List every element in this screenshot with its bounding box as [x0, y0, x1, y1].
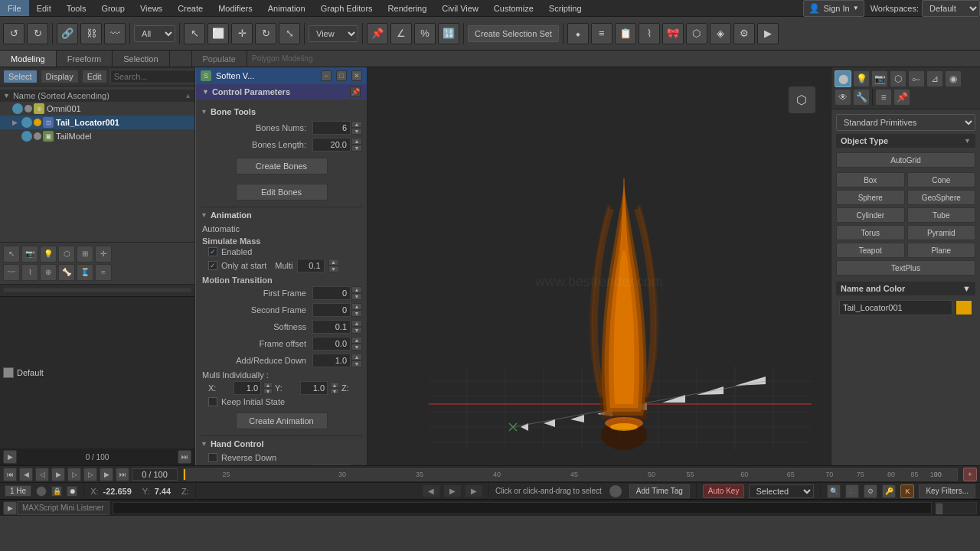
soften-close-btn[interactable]: ✕	[351, 70, 362, 81]
right-icon-hierarchy[interactable]: ⊿	[926, 70, 943, 87]
settings-icon-btn[interactable]: 🔑	[882, 484, 896, 498]
plane-btn[interactable]: Plane	[907, 243, 976, 258]
left-icon-warp[interactable]: ≈	[95, 264, 112, 281]
multi-down[interactable]: ▼	[328, 266, 339, 272]
lock-icon[interactable]: 🔒	[51, 486, 62, 497]
tl-play-anim-btn[interactable]: ▷	[67, 468, 81, 481]
tl-prev-key-btn[interactable]: ◀	[19, 468, 33, 481]
menu-animation[interactable]: Animation	[260, 0, 313, 16]
selected-dropdown[interactable]: Selected	[749, 484, 814, 498]
timeline-scrubber[interactable]: 25 30 35 40 45 50 55 60 65 70 75 80 85 9…	[183, 468, 958, 481]
maxscript-input[interactable]	[113, 502, 932, 514]
tube-btn[interactable]: Tube	[907, 207, 976, 223]
tl-play-btn[interactable]: ▶	[51, 468, 65, 481]
right-icon-light-type[interactable]: 💡	[853, 70, 870, 87]
pyramid-btn[interactable]: Pyramid	[907, 225, 976, 240]
bones-length-input[interactable]: 20.0	[312, 138, 351, 152]
left-icon-helper[interactable]: ✛	[95, 246, 112, 262]
right-icon-modifier[interactable]: ⟜	[908, 70, 925, 87]
search-input[interactable]	[110, 70, 195, 83]
unlink-btn[interactable]: ⛓	[80, 23, 102, 44]
select-btn[interactable]: ↖	[184, 23, 205, 44]
autograd-btn[interactable]: AutoGrid	[836, 152, 975, 168]
second-frame-up[interactable]: ▲	[351, 303, 362, 310]
link-btn[interactable]: 🔗	[57, 23, 78, 44]
right-icon-sphere[interactable]: ⬤	[835, 70, 851, 87]
softness-up[interactable]: ▲	[351, 320, 362, 327]
move-btn[interactable]: ✛	[231, 23, 253, 44]
play-anim-btn[interactable]: ▶	[444, 485, 461, 497]
redo-btn[interactable]: ↻	[27, 23, 48, 44]
bones-nums-input[interactable]: 6	[312, 121, 351, 135]
left-icon-select[interactable]: ↖	[3, 246, 20, 262]
y-input[interactable]	[300, 381, 328, 395]
record-icon[interactable]: ⏺	[67, 486, 77, 497]
left-icon-compound[interactable]: ⊕	[40, 264, 57, 281]
key-filters-btn[interactable]: Key Filters...	[919, 484, 975, 498]
left-icon-camera[interactable]: 📷	[21, 246, 38, 262]
camera-icon-btn[interactable]: 🎥	[845, 484, 859, 498]
second-frame-input[interactable]	[312, 303, 351, 317]
create-selection-btn[interactable]: Create Selection Set	[468, 25, 559, 42]
control-params-pin[interactable]: 📌	[350, 86, 361, 97]
cylinder-btn[interactable]: Cylinder	[836, 207, 905, 223]
left-next-btn[interactable]: ⏭	[178, 450, 191, 464]
x-down[interactable]: ▼	[263, 388, 273, 394]
right-icon-extras[interactable]: ≡	[875, 89, 892, 106]
left-icon-light[interactable]: 💡	[40, 246, 57, 262]
filter-icon-btn[interactable]: ⚙	[864, 484, 877, 498]
create-animation-btn[interactable]: Create Animation	[236, 412, 328, 429]
second-frame-down[interactable]: ▼	[351, 310, 362, 317]
edit-bones-btn[interactable]: Edit Bones	[236, 184, 328, 201]
tab-modeling[interactable]: Modeling	[0, 51, 57, 67]
tab-freeform[interactable]: Freeform	[57, 51, 113, 67]
multi-up[interactable]: ▲	[328, 259, 339, 266]
menu-customize[interactable]: Customize	[486, 0, 541, 16]
left-icon-grid[interactable]: ⊞	[77, 246, 93, 262]
material-btn[interactable]: ◈	[710, 23, 731, 44]
viewport[interactable]: www.bestrender.com ⬡	[368, 67, 831, 465]
tl-add-key-btn[interactable]: +	[963, 468, 977, 481]
rotate-btn[interactable]: ↻	[255, 23, 276, 44]
pct-snap-btn[interactable]: %	[414, 23, 436, 44]
menu-graph-editors[interactable]: Graph Editors	[313, 0, 381, 16]
soften-maximize-btn[interactable]: □	[336, 70, 347, 81]
frame-offset-down[interactable]: ▼	[351, 344, 362, 350]
frame-offset-up[interactable]: ▲	[351, 337, 362, 344]
right-icon-camera-type[interactable]: 📷	[871, 70, 888, 87]
add-time-tag-btn[interactable]: Add Time Tag	[629, 484, 690, 498]
maxscript-expand-btn[interactable]: ▶	[3, 501, 17, 515]
add-reduce-down[interactable]: ▼	[351, 360, 362, 367]
menu-file[interactable]: File	[0, 0, 29, 16]
ribbon-btn[interactable]: 🎀	[662, 23, 684, 44]
softness-down[interactable]: ▼	[351, 327, 362, 334]
undo-btn[interactable]: ↺	[3, 23, 24, 44]
scale-btn[interactable]: ⤡	[279, 23, 300, 44]
add-reduce-input[interactable]	[312, 354, 351, 367]
skip-over-input[interactable]	[312, 465, 351, 465]
frame-offset-input[interactable]	[312, 337, 351, 350]
left-icon-cloth[interactable]: 🧵	[77, 264, 93, 281]
reverse-down-checkbox[interactable]	[208, 453, 217, 462]
std-primitives-dropdown[interactable]: Standard Primitives	[836, 114, 975, 131]
sign-in-btn[interactable]: 👤 Sign In ▼	[803, 0, 864, 17]
angle-snap-btn[interactable]: ∠	[390, 23, 412, 44]
align-btn[interactable]: ≡	[591, 23, 612, 44]
right-icon-utility[interactable]: 🔧	[853, 89, 870, 106]
menu-modifiers[interactable]: Modifiers	[211, 0, 260, 16]
torus-btn[interactable]: Torus	[836, 225, 905, 240]
left-icon-geo[interactable]: ⬡	[58, 246, 75, 262]
multi-input[interactable]	[297, 259, 325, 272]
tab-selection[interactable]: Selection	[113, 51, 169, 67]
edit-tab-btn[interactable]: Edit	[82, 70, 107, 83]
x-input[interactable]	[234, 381, 261, 395]
box-btn[interactable]: Box	[836, 172, 905, 187]
tree-item-tail-locator[interactable]: ▶ ⊡ Tail_Locator001	[0, 116, 194, 129]
set-key-btn[interactable]: K	[900, 484, 914, 498]
render-btn[interactable]: ▶	[757, 23, 779, 44]
menu-scripting[interactable]: Scripting	[541, 0, 590, 16]
textplus-btn[interactable]: TextPlus	[836, 260, 975, 276]
tree-item-tailmodel[interactable]: ▣ TailModel	[0, 129, 194, 143]
next-frame-btn[interactable]: ▶	[466, 485, 482, 497]
auto-key-btn[interactable]: Auto Key	[703, 484, 745, 498]
